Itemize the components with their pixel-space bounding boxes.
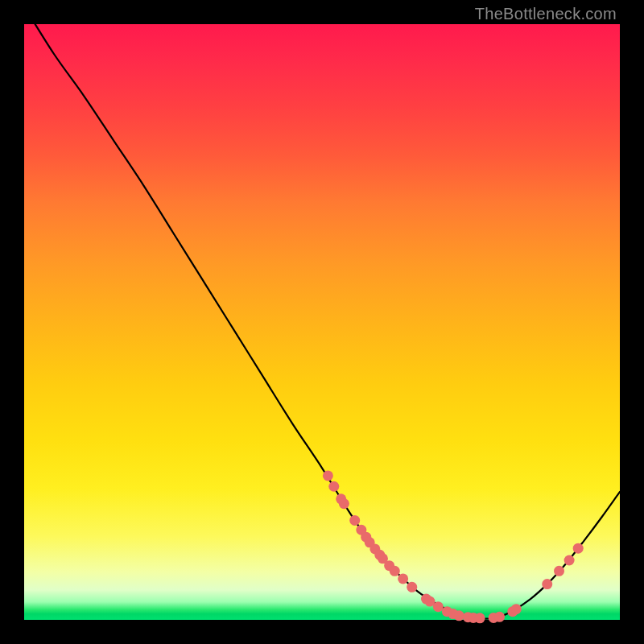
bottleneck-curve: [24, 6, 620, 619]
marker-dot: [542, 579, 552, 589]
marker-dot: [511, 604, 522, 614]
marker-dot: [328, 481, 339, 492]
marker-dot: [475, 613, 485, 623]
marker-dot: [323, 470, 333, 481]
marker-dot: [390, 566, 400, 576]
marker-dot: [433, 601, 444, 612]
marker-dot: [494, 612, 505, 622]
marker-dot: [349, 515, 360, 526]
marker-dot: [454, 610, 464, 621]
marker-dot: [407, 582, 417, 592]
marker-dot: [398, 573, 408, 584]
chart-area: [24, 24, 620, 620]
watermark-text: TheBottleneck.com: [475, 5, 617, 23]
plot-svg: [24, 24, 620, 620]
marker-dot: [554, 566, 564, 576]
marker-dot: [573, 543, 584, 554]
marker-dot: [564, 555, 575, 566]
marker-dot: [339, 498, 349, 509]
marker-group: [323, 470, 584, 623]
